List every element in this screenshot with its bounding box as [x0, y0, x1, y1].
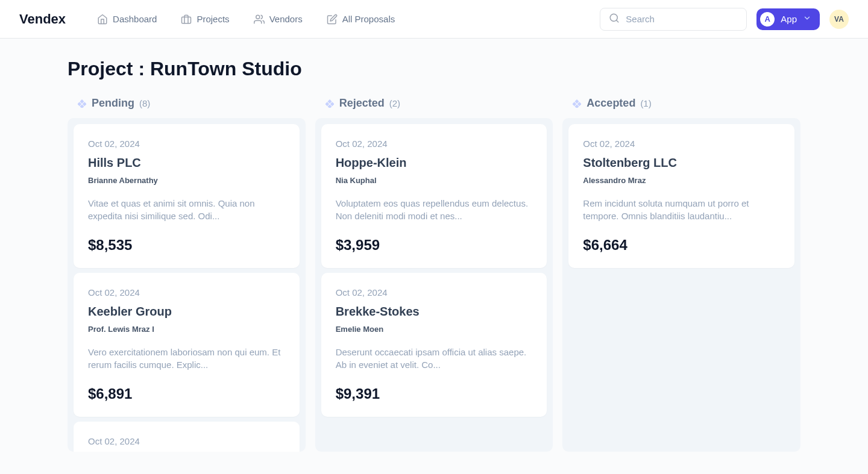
users-icon [254, 14, 265, 25]
card-amount: $6,664 [583, 237, 780, 254]
column-accepted: Accepted (1) Oct 02, 2024 Stoltenberg LL… [562, 97, 800, 452]
diamond-icon [325, 99, 335, 108]
card-person: Alessandro Mraz [583, 176, 780, 185]
main-nav: Dashboard Projects Vendors All Proposals [97, 14, 585, 25]
page-title: Project : RunTown Studio [68, 58, 800, 80]
svg-rect-8 [327, 99, 332, 104]
card-person: Brianne Abernathy [88, 176, 285, 185]
card-vendor: Stoltenberg LLC [583, 156, 780, 170]
nav-label: All Proposals [342, 14, 395, 24]
card-date: Oct 02, 2024 [336, 287, 533, 298]
chevron-down-icon [803, 14, 811, 25]
nav-label: Vendors [269, 14, 303, 24]
user-avatar[interactable]: VA [829, 10, 849, 29]
app-badge: A [760, 12, 775, 27]
card-vendor: Brekke-Stokes [336, 305, 533, 319]
card-date: Oct 02, 2024 [88, 287, 285, 298]
card-date: Oct 02, 2024 [88, 436, 285, 446]
proposal-card[interactable]: Oct 02, 2024 Hoppe-Klein Nia Kuphal Volu… [321, 124, 547, 268]
column-title: Rejected [339, 97, 385, 110]
proposal-card[interactable]: Oct 02, 2024 Keebler Group Prof. Lewis M… [74, 273, 300, 417]
card-description: Voluptatem eos quas repellendus eum dele… [336, 197, 533, 222]
column-body: Oct 02, 2024 Hills PLC Brianne Abernathy… [68, 118, 306, 452]
kanban-columns: Pending (8) Oct 02, 2024 Hills PLC Brian… [68, 97, 800, 452]
column-rejected: Rejected (2) Oct 02, 2024 Hoppe-Klein Ni… [315, 97, 553, 452]
card-date: Oct 02, 2024 [336, 139, 533, 149]
header-right: A App VA [600, 8, 849, 31]
card-person: Prof. Lewis Mraz I [88, 325, 285, 334]
nav-vendors[interactable]: Vendors [254, 14, 303, 25]
column-count: (1) [640, 98, 651, 108]
proposal-card[interactable]: Oct 02, 2024 Stoltenberg LLC Alessandro … [568, 124, 794, 268]
nav-label: Dashboard [113, 14, 157, 24]
card-person: Emelie Moen [336, 325, 533, 334]
card-amount: $8,535 [88, 237, 285, 254]
app-switcher[interactable]: A App [756, 8, 820, 30]
nav-projects[interactable]: Projects [181, 14, 229, 25]
column-header: Pending (8) [68, 97, 306, 118]
app-header: Vendex Dashboard Projects Vendors All Pr… [0, 0, 868, 39]
svg-line-3 [617, 20, 618, 22]
brand-logo: Vendex [19, 11, 66, 27]
proposal-card[interactable]: Oct 02, 2024 Hills PLC Brianne Abernathy… [74, 124, 300, 268]
svg-rect-4 [80, 99, 84, 104]
card-amount: $9,391 [336, 385, 533, 402]
nav-dashboard[interactable]: Dashboard [97, 14, 157, 25]
search-input[interactable] [626, 14, 738, 24]
column-pending: Pending (8) Oct 02, 2024 Hills PLC Brian… [68, 97, 306, 452]
card-description: Vitae et quas et animi sit omnis. Quia n… [88, 197, 285, 222]
column-count: (2) [389, 98, 400, 108]
card-date: Oct 02, 2024 [88, 139, 285, 149]
card-person: Nia Kuphal [336, 176, 533, 185]
column-title: Pending [92, 97, 134, 110]
svg-rect-12 [575, 99, 579, 104]
card-description: Rem incidunt soluta numquam ut porro et … [583, 197, 780, 222]
app-label: App [781, 14, 797, 24]
proposal-card[interactable]: Oct 02, 2024 Hills PLC [74, 422, 300, 452]
column-body: Oct 02, 2024 Hoppe-Klein Nia Kuphal Volu… [315, 118, 553, 452]
nav-label: Projects [197, 14, 229, 24]
card-date: Oct 02, 2024 [583, 139, 780, 149]
proposal-card[interactable]: Oct 02, 2024 Brekke-Stokes Emelie Moen D… [321, 273, 547, 417]
column-header: Rejected (2) [315, 97, 553, 118]
svg-point-1 [256, 15, 259, 19]
card-vendor: Hoppe-Klein [336, 156, 533, 170]
column-body: Oct 02, 2024 Stoltenberg LLC Alessandro … [562, 118, 800, 452]
main-content: Project : RunTown Studio Pending (8) Oct… [0, 39, 868, 474]
card-vendor: Keebler Group [88, 305, 285, 319]
column-title: Accepted [587, 97, 635, 110]
svg-rect-0 [182, 17, 191, 23]
diamond-icon [572, 99, 582, 108]
card-description: Deserunt occaecati ipsam officia ut alia… [336, 346, 533, 371]
card-vendor: Hills PLC [88, 156, 285, 170]
search-box[interactable] [600, 8, 747, 31]
home-icon [97, 14, 108, 25]
card-amount: $3,959 [336, 237, 533, 254]
diamond-icon [77, 99, 87, 108]
card-description: Vero exercitationem laboriosam non qui e… [88, 346, 285, 371]
edit-icon [327, 14, 338, 25]
briefcase-icon [181, 14, 192, 25]
nav-proposals[interactable]: All Proposals [327, 14, 395, 25]
search-icon [609, 13, 620, 26]
card-amount: $6,891 [88, 385, 285, 402]
column-header: Accepted (1) [562, 97, 800, 118]
column-count: (8) [139, 98, 150, 108]
